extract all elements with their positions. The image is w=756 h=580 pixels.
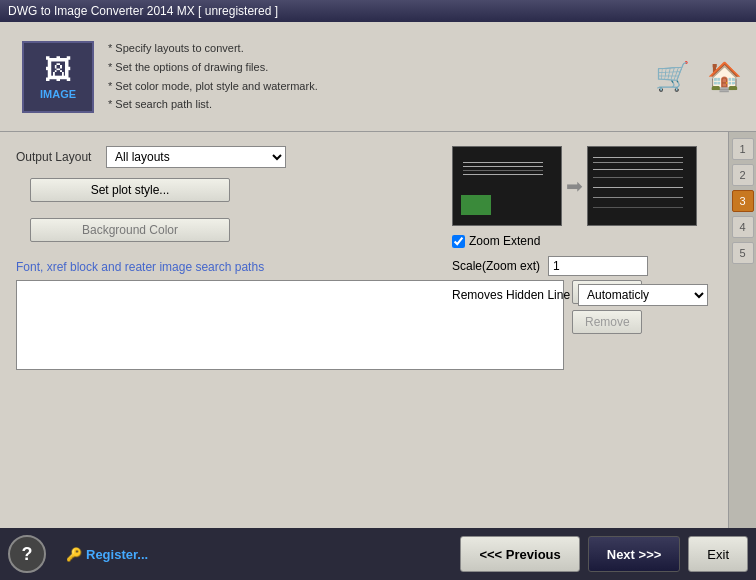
instruction-line-4: * Set search path list. — [108, 95, 650, 114]
register-button[interactable]: 🔑 Register... — [54, 541, 160, 568]
thumb2-inner — [588, 147, 696, 225]
step-4-label: 4 — [739, 221, 745, 233]
output-layout-select[interactable]: All layouts Model Layout1 Layout2 — [106, 146, 286, 168]
zoom-extend-checkbox[interactable] — [452, 235, 465, 248]
instruction-line-3: * Set color mode, plot style and waterma… — [108, 77, 650, 96]
scale-row: Scale(Zoom ext) — [452, 256, 712, 276]
previous-button[interactable]: <<< Previous — [460, 536, 579, 572]
set-plot-style-button[interactable]: Set plot style... — [30, 178, 230, 202]
instruction-line-1: * Specify layouts to convert. — [108, 39, 650, 58]
removes-hidden-line-label: Removes Hidden Line — [452, 288, 570, 302]
zoom-extend-label[interactable]: Zoom Extend — [452, 234, 540, 248]
home-button[interactable]: 🏠 — [702, 55, 746, 99]
instruction-line-2: * Set the options of drawing files. — [108, 58, 650, 77]
sidebar-step-4[interactable]: 4 — [732, 216, 754, 238]
zoom-extend-text: Zoom Extend — [469, 234, 540, 248]
header-instructions: * Specify layouts to convert. * Set the … — [108, 39, 650, 114]
zoom-extend-row: Zoom Extend — [452, 234, 712, 248]
home-icon: 🏠 — [707, 60, 742, 93]
cart-icon: 🛒 — [655, 60, 690, 93]
preview-area: ➡ Zoom Extend Scale(Zoom ext) — [452, 146, 712, 306]
right-sidebar: 1 2 3 4 5 — [728, 132, 756, 528]
logo-text: IMAGE — [40, 88, 76, 100]
removes-hidden-line-select[interactable]: Automaticly Yes No — [578, 284, 708, 306]
background-color-button[interactable]: Background Color — [30, 218, 230, 242]
preview-thumb-1 — [452, 146, 562, 226]
scale-input[interactable] — [548, 256, 648, 276]
thumb2-lines — [593, 157, 683, 158]
logo-box: 🖼 IMAGE — [22, 41, 94, 113]
sidebar-step-5[interactable]: 5 — [732, 242, 754, 264]
header: 🖼 IMAGE * Specify layouts to convert. * … — [0, 22, 756, 132]
arrow-right-icon: ➡ — [566, 174, 583, 198]
preview-thumb-2 — [587, 146, 697, 226]
cart-button[interactable]: 🛒 — [650, 55, 694, 99]
bottom-bar: ? 🔑 Register... <<< Previous Next >>> Ex… — [0, 528, 756, 580]
thumb1-inner — [453, 147, 561, 225]
header-icons: 🛒 🏠 — [650, 55, 746, 99]
title-bar: DWG to Image Converter 2014 MX [ unregis… — [0, 0, 756, 22]
content-panel: Output Layout All layouts Model Layout1 … — [0, 132, 728, 528]
step-2-label: 2 — [739, 169, 745, 181]
sidebar-step-1[interactable]: 1 — [732, 138, 754, 160]
register-label: Register... — [86, 547, 148, 562]
next-button[interactable]: Next >>> — [588, 536, 681, 572]
logo-image-icon: 🖼 — [44, 53, 72, 86]
scale-label: Scale(Zoom ext) — [452, 259, 540, 273]
sidebar-step-2[interactable]: 2 — [732, 164, 754, 186]
output-layout-label: Output Layout — [16, 150, 106, 164]
sidebar-step-3[interactable]: 3 — [732, 190, 754, 212]
step-3-label: 3 — [739, 195, 745, 207]
exit-button[interactable]: Exit — [688, 536, 748, 572]
title-text: DWG to Image Converter 2014 MX [ unregis… — [8, 4, 278, 18]
step-5-label: 5 — [739, 247, 745, 259]
removes-hidden-line-row: Removes Hidden Line Automaticly Yes No — [452, 284, 712, 306]
remove-button[interactable]: Remove — [572, 310, 642, 334]
preview-images: ➡ — [452, 146, 712, 226]
help-button[interactable]: ? — [8, 535, 46, 573]
key-icon: 🔑 — [66, 547, 82, 562]
thumb1-green-shape — [461, 195, 491, 215]
step-1-label: 1 — [739, 143, 745, 155]
thumb1-lines — [463, 162, 543, 163]
main-area: Output Layout All layouts Model Layout1 … — [0, 132, 756, 528]
